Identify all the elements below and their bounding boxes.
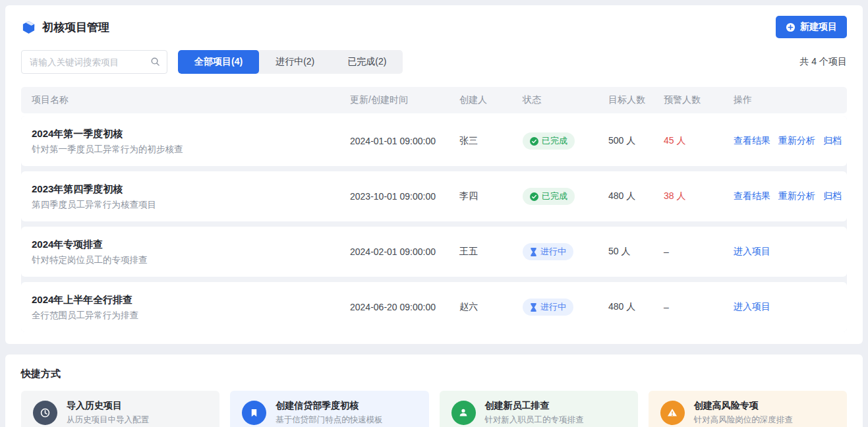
project-time: 2024-06-20 09:00:00	[345, 302, 454, 312]
tab-completed[interactable]: 已完成(2)	[331, 50, 403, 74]
col-actions: 操作	[728, 94, 842, 106]
search-input[interactable]	[21, 50, 167, 74]
col-status: 状态	[517, 94, 603, 106]
shortcut-card-subtitle: 基于信贷部门特点的快速模板	[275, 414, 383, 426]
status-badge: 已完成	[523, 188, 575, 205]
col-warning-count: 预警人数	[658, 94, 728, 106]
project-creator: 张三	[454, 135, 517, 147]
project-creator: 王五	[454, 246, 517, 258]
shortcut-import-history[interactable]: 导入历史项目 从历史项目中导入配置	[21, 391, 219, 427]
shortcut-cards: 导入历史项目 从历史项目中导入配置 创建信贷部季度初核 基于信贷部门特点的快速模…	[21, 391, 847, 427]
view-results-link[interactable]: 查看结果	[734, 135, 770, 147]
project-desc: 第四季度员工异常行为核查项目	[32, 199, 345, 211]
status-badge: 已完成	[523, 132, 575, 150]
warning-count: –	[658, 302, 728, 312]
clock-icon	[33, 401, 57, 425]
tab-in-progress[interactable]: 进行中(2)	[259, 50, 331, 74]
target-count: 480 人	[603, 301, 658, 313]
project-time: 2024-02-01 09:00:00	[345, 246, 454, 257]
archive-link[interactable]: 归档	[823, 135, 842, 147]
project-creator: 赵六	[454, 301, 517, 313]
target-count: 480 人	[603, 190, 658, 202]
main-panel: 初核项目管理 新建项目 全部项目(4) 进行中(2) 已完成(2	[5, 5, 863, 344]
project-name: 2024年第一季度初核	[32, 127, 345, 142]
total-projects-count: 共 4 个项目	[799, 56, 847, 68]
page-header: 初核项目管理 新建项目	[21, 14, 847, 40]
project-time: 2024-01-01 09:00:00	[345, 136, 454, 146]
check-circle-icon	[530, 137, 538, 146]
shortcut-card-subtitle: 针对高风险岗位的深度排查	[694, 414, 793, 426]
col-project-name: 项目名称	[26, 94, 345, 106]
shortcut-card-title: 创建高风险专项	[694, 400, 793, 412]
hourglass-icon	[530, 248, 537, 256]
page-title: 初核项目管理	[42, 20, 109, 35]
shortcut-card-subtitle: 针对新入职员工的专项排查	[485, 414, 584, 426]
toolbar: 全部项目(4) 进行中(2) 已完成(2) 共 4 个项目	[21, 50, 847, 74]
status-badge: 进行中	[523, 243, 573, 260]
warning-count: 38 人	[658, 190, 728, 202]
target-count: 500 人	[603, 135, 658, 147]
target-count: 50 人	[603, 246, 658, 258]
col-creator: 创建人	[454, 94, 517, 106]
project-desc: 针对特定岗位员工的专项排查	[32, 254, 345, 266]
shortcut-credit-quarterly[interactable]: 创建信贷部季度初核 基于信贷部门特点的快速模板	[230, 391, 428, 427]
project-time: 2023-10-01 09:00:00	[345, 191, 454, 202]
new-employee-icon	[451, 401, 476, 425]
warning-icon	[660, 401, 685, 425]
search-icon	[150, 57, 160, 69]
project-name: 2024年上半年全行排查	[32, 293, 345, 308]
reanalyze-link[interactable]: 重新分析	[778, 190, 815, 202]
tab-all-projects[interactable]: 全部项目(4)	[178, 50, 259, 74]
shortcut-high-risk[interactable]: 创建高风险专项 针对高风险岗位的深度排查	[649, 391, 847, 427]
table-row: 2024年第一季度初核 针对第一季度员工异常行为的初步核查 2024-01-01…	[21, 116, 847, 166]
project-desc: 全行范围员工异常行为排查	[32, 310, 345, 322]
shortcuts-title: 快捷方式	[21, 368, 847, 380]
warning-count: 45 人	[658, 135, 728, 147]
col-target-count: 目标人数	[603, 94, 658, 106]
shortcut-card-title: 导入历史项目	[67, 400, 149, 412]
shortcut-card-title: 创建新员工排查	[485, 400, 584, 412]
enter-project-link[interactable]: 进入项目	[734, 246, 770, 258]
new-project-label: 新建项目	[800, 21, 837, 33]
archive-link[interactable]: 归档	[823, 190, 842, 202]
warning-count: –	[658, 246, 728, 257]
status-badge: 进行中	[523, 299, 573, 316]
project-name: 2023年第四季度初核	[32, 182, 345, 197]
table-row: 2023年第四季度初核 第四季度员工异常行为核查项目 2023-10-01 09…	[21, 171, 847, 221]
filter-tabs: 全部项目(4) 进行中(2) 已完成(2)	[178, 50, 403, 74]
reanalyze-link[interactable]: 重新分析	[778, 135, 815, 147]
shortcut-card-title: 创建信贷部季度初核	[275, 400, 383, 412]
table-header: 项目名称 更新/创建时间 创建人 状态 目标人数 预警人数 操作	[21, 87, 847, 113]
plus-circle-icon	[786, 22, 796, 32]
search-box	[21, 50, 167, 74]
table-row: 2024年专项排查 针对特定岗位员工的专项排查 2024-02-01 09:00…	[21, 227, 847, 277]
app-cube-icon	[21, 20, 36, 35]
new-project-button[interactable]: 新建项目	[776, 16, 847, 38]
view-results-link[interactable]: 查看结果	[734, 190, 770, 202]
table-row: 2024年上半年全行排查 全行范围员工异常行为排查 2024-06-20 09:…	[21, 282, 847, 332]
col-update-time: 更新/创建时间	[345, 94, 454, 106]
enter-project-link[interactable]: 进入项目	[734, 301, 770, 313]
project-list: 2024年第一季度初核 针对第一季度员工异常行为的初步核查 2024-01-01…	[21, 116, 847, 332]
check-circle-icon	[530, 192, 538, 201]
shortcut-card-subtitle: 从历史项目中导入配置	[67, 414, 149, 426]
project-desc: 针对第一季度员工异常行为的初步核查	[32, 144, 345, 156]
project-name: 2024年专项排查	[32, 237, 345, 252]
project-creator: 李四	[454, 190, 517, 202]
shortcuts-panel: 快捷方式 导入历史项目 从历史项目中导入配置 创建信贷部季度初核 基于信贷部门特…	[5, 355, 863, 427]
bookmark-icon	[242, 401, 266, 425]
hourglass-icon	[530, 303, 537, 312]
shortcut-new-employee[interactable]: 创建新员工排查 针对新入职员工的专项排查	[440, 391, 638, 427]
